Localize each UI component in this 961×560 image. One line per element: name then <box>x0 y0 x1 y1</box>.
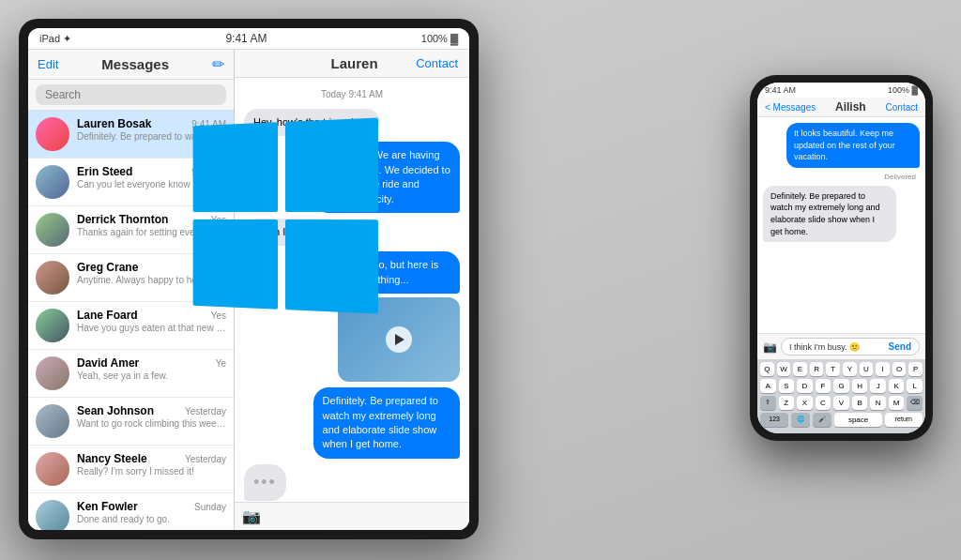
iphone-bubble-incoming-1: Definitely. Be prepared to watch my extr… <box>763 186 896 242</box>
key-u[interactable]: U <box>860 362 874 376</box>
avatar-nancy <box>36 452 69 486</box>
bubble-outgoing-3: Definitely. Be prepared to watch my extr… <box>313 387 460 459</box>
win-pane-tr <box>285 117 378 212</box>
key-shift[interactable]: ⇧ <box>760 396 776 410</box>
iphone-device: 9:41 AM 100% ▓ < Messages Ailish Contact… <box>750 75 933 441</box>
key-k[interactable]: K <box>889 379 905 393</box>
bubble-typing: ••• <box>244 464 286 501</box>
key-q[interactable]: Q <box>760 362 774 376</box>
avatar-erin <box>36 165 69 199</box>
iphone-keyboard: Q W E R T Y U I O P A S D F G H <box>757 359 925 433</box>
conv-name-erin: Erin Steed <box>77 165 132 178</box>
search-input[interactable] <box>36 84 226 105</box>
key-c[interactable]: C <box>816 396 831 410</box>
key-t[interactable]: T <box>826 362 840 376</box>
conv-preview-ken: Done and ready to go. <box>77 514 226 524</box>
iphone-battery: 100% ▓ <box>888 85 918 95</box>
search-bar <box>28 80 234 111</box>
compose-button[interactable]: ✏ <box>212 55 224 73</box>
conv-time-nancy: Yesterday <box>185 454 226 464</box>
conv-time-sean: Yesterday <box>185 406 226 416</box>
key-d[interactable]: D <box>797 379 813 393</box>
key-v[interactable]: V <box>833 396 849 410</box>
key-j[interactable]: J <box>870 379 886 393</box>
conv-preview-david: Yeah, see ya in a few. <box>77 371 226 381</box>
key-x[interactable]: X <box>797 396 813 410</box>
edit-button[interactable]: Edit <box>38 57 58 71</box>
ipad-status-left: iPad ✦ <box>39 33 71 45</box>
msg-typing: ••• <box>244 464 460 501</box>
key-y[interactable]: Y <box>843 362 857 376</box>
key-s[interactable]: S <box>779 379 795 393</box>
typing-dots: ••• <box>253 473 277 492</box>
ipad-status-bar: iPad ✦ 9:41 AM 100% ▓ <box>28 28 469 50</box>
key-123[interactable]: 123 <box>760 413 788 427</box>
avatar-ken <box>36 500 69 530</box>
iphone-messages: It looks beautiful. Keep me updated on t… <box>757 117 925 333</box>
win-pane-br <box>285 219 378 314</box>
key-a[interactable]: A <box>760 379 776 393</box>
key-z[interactable]: Z <box>779 396 795 410</box>
key-f[interactable]: F <box>816 379 831 393</box>
avatar-derrick <box>36 213 69 247</box>
conv-name-greg: Greg Crane <box>77 261 138 274</box>
conv-item-david[interactable]: David Amer Ye Yeah, see ya in a few. <box>28 350 234 398</box>
key-i[interactable]: I <box>876 362 890 376</box>
key-n[interactable]: N <box>870 396 886 410</box>
keyboard-row-1: Q W E R T Y U I O P <box>760 362 923 376</box>
key-l[interactable]: L <box>907 379 923 393</box>
key-p[interactable]: P <box>908 362 923 376</box>
play-button[interactable] <box>386 326 412 353</box>
key-return[interactable]: return <box>885 413 923 427</box>
conv-name-lane: Lane Foard <box>77 309 138 322</box>
iphone-camera-icon[interactable]: 📷 <box>763 341 777 354</box>
ipad-status-time: 9:41 AM <box>225 32 267 45</box>
msg-outgoing-3: Definitely. Be prepared to watch my extr… <box>244 387 460 459</box>
key-e[interactable]: E <box>793 362 807 376</box>
conv-name-derrick: Derrick Thornton <box>77 213 168 226</box>
messages-title: Messages <box>58 56 212 72</box>
iphone-contact-button[interactable]: Contact <box>886 102 918 113</box>
key-r[interactable]: R <box>810 362 824 376</box>
chat-header: Lauren Contact <box>235 50 469 78</box>
conv-time-ken: Sunday <box>194 502 226 512</box>
key-mic[interactable]: 🎤 <box>813 413 831 427</box>
windows-logo <box>188 122 394 328</box>
key-b[interactable]: B <box>852 396 868 410</box>
chat-contact-button[interactable]: Contact <box>416 56 458 70</box>
conv-name-david: David Amer <box>77 356 139 370</box>
conv-item-sean[interactable]: Sean Johnson Yesterday Want to go rock c… <box>28 398 234 446</box>
avatar-sean <box>36 404 69 438</box>
iphone-input-text: I think I'm busy. 🙁 <box>789 342 860 352</box>
conv-item-nancy[interactable]: Nancy Steele Yesterday Really? I'm sorry… <box>28 446 234 493</box>
key-space[interactable]: space <box>834 413 881 427</box>
conv-name-nancy: Nancy Steele <box>77 452 147 465</box>
conv-list-header: Edit Messages ✏ <box>28 50 234 80</box>
key-m[interactable]: M <box>889 396 905 410</box>
conv-preview-nancy: Really? I'm sorry I missed it! <box>77 466 226 477</box>
key-globe[interactable]: 🌐 <box>791 413 810 427</box>
iphone-back-button[interactable]: < Messages <box>765 102 816 113</box>
key-h[interactable]: H <box>852 379 868 393</box>
conv-name-sean: Sean Johnson <box>77 404 154 417</box>
key-o[interactable]: O <box>892 362 907 376</box>
ipad-status-battery: 100% ▓ <box>421 33 458 44</box>
avatar-lauren <box>36 117 69 151</box>
iphone-contact-name: Ailish <box>835 100 866 114</box>
conv-item-ken[interactable]: Ken Fowler Sunday Done and ready to go. <box>28 493 234 530</box>
chat-input-area: 📷 <box>235 502 469 530</box>
key-backspace[interactable]: ⌫ <box>907 396 923 410</box>
camera-icon[interactable]: 📷 <box>242 507 261 525</box>
avatar-david <box>36 356 69 390</box>
iphone-input-box[interactable]: I think I'm busy. 🙁 Send <box>781 338 920 356</box>
keyboard-row-2: A S D F G H J K L <box>760 379 923 393</box>
win-pane-tl <box>193 122 278 212</box>
key-w[interactable]: W <box>777 362 791 376</box>
conv-info-sean: Sean Johnson Yesterday Want to go rock c… <box>77 404 226 429</box>
scene: iPad ✦ 9:41 AM 100% ▓ Edit Messages ✏ <box>0 0 961 560</box>
key-g[interactable]: G <box>833 379 849 393</box>
keyboard-row-4: 123 🌐 🎤 space return <box>760 413 923 427</box>
iphone-send-button[interactable]: Send <box>889 341 911 352</box>
avatar-greg <box>36 261 69 295</box>
conv-time-david: Ye <box>216 358 226 369</box>
